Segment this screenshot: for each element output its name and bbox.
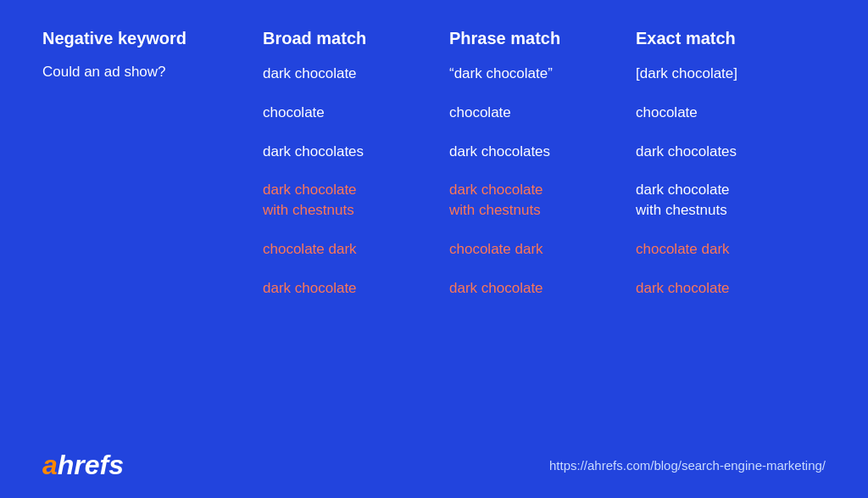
col-phrase: Phrase match “dark chocolate” chocolate … <box>449 25 636 441</box>
exact-header: Exact match <box>636 25 822 64</box>
broad-cell-6: dark chocolate <box>263 278 449 317</box>
logo-a: a <box>42 450 58 481</box>
url-text: https://ahrefs.com/blog/search-engine-ma… <box>549 458 826 473</box>
col-broad: Broad match dark chocolate chocolate dar… <box>263 25 449 441</box>
footer: ahrefs https://ahrefs.com/blog/search-en… <box>42 441 826 481</box>
logo-hrefs: hrefs <box>58 450 124 481</box>
col-negative: Negative keyword Could an ad show? <box>42 25 263 441</box>
exact-cell-1: [dark chocolate] <box>636 64 822 103</box>
exact-cell-5: chocolate dark <box>636 239 822 278</box>
phrase-cell-6: dark chocolate <box>449 278 636 317</box>
phrase-cell-2: chocolate <box>449 103 636 142</box>
broad-cell-4: dark chocolatewith chestnuts <box>263 180 449 239</box>
ahrefs-logo: ahrefs <box>42 450 124 481</box>
broad-cell-2: chocolate <box>263 103 449 142</box>
comparison-table: Negative keyword Could an ad show? Broad… <box>42 25 826 441</box>
negative-header: Negative keyword <box>42 25 263 64</box>
exact-cell-4: dark chocolatewith chestnuts <box>636 180 822 239</box>
phrase-cell-4: dark chocolatewith chestnuts <box>449 180 636 239</box>
negative-subheader: Could an ad show? <box>42 64 263 99</box>
broad-cell-3: dark chocolates <box>263 142 449 181</box>
exact-cell-6: dark chocolate <box>636 278 822 317</box>
exact-cell-2: chocolate <box>636 103 822 142</box>
phrase-cell-1: “dark chocolate” <box>449 64 636 103</box>
exact-cell-3: dark chocolates <box>636 142 822 181</box>
phrase-cell-5: chocolate dark <box>449 239 636 278</box>
phrase-header: Phrase match <box>449 25 636 64</box>
broad-cell-5: chocolate dark <box>263 239 449 278</box>
col-exact: Exact match [dark chocolate] chocolate d… <box>636 25 822 441</box>
phrase-cell-3: dark chocolates <box>449 142 636 181</box>
broad-cell-1: dark chocolate <box>263 64 449 103</box>
broad-header: Broad match <box>263 25 449 64</box>
main-container: Negative keyword Could an ad show? Broad… <box>0 0 868 498</box>
